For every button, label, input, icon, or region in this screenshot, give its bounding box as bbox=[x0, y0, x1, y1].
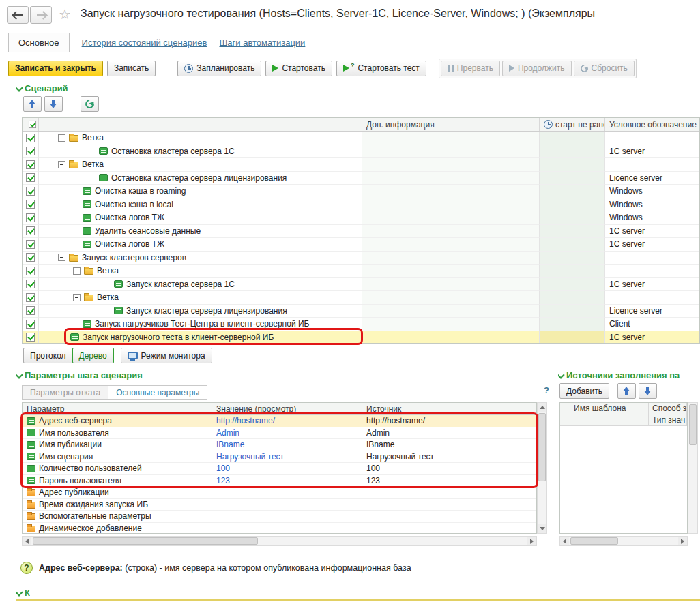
scroll-up-button[interactable] bbox=[538, 403, 546, 412]
value-column-header[interactable]: Значение (просмотр) bbox=[212, 403, 362, 414]
row-checkbox[interactable] bbox=[23, 238, 39, 252]
scroll-down-button[interactable] bbox=[538, 524, 546, 533]
source-column-header[interactable]: Источник bbox=[362, 403, 536, 414]
interrupt-button[interactable]: Прервать bbox=[441, 61, 500, 76]
checkbox-checked-icon[interactable] bbox=[26, 187, 35, 196]
source-move-up-button[interactable] bbox=[617, 383, 636, 399]
reset-button[interactable]: Сбросить bbox=[574, 61, 635, 76]
checkbox-checked-icon[interactable] bbox=[26, 173, 35, 182]
param-row[interactable]: Время ожидания запуска ИБ bbox=[23, 499, 536, 511]
value-type-column-header[interactable]: Тип знач bbox=[649, 414, 687, 425]
tab-main-params[interactable]: Основные параметры bbox=[108, 385, 207, 400]
checkbox-checked-icon[interactable] bbox=[26, 306, 35, 315]
scroll-right-button[interactable] bbox=[678, 537, 687, 545]
param-row[interactable]: Пароль пользователя 123 123 bbox=[23, 475, 536, 487]
scenario-row[interactable]: Очистка кэша в local Windows bbox=[23, 198, 699, 212]
move-up-button[interactable] bbox=[23, 96, 42, 112]
move-down-button[interactable] bbox=[44, 96, 63, 112]
tree-button[interactable]: Дерево bbox=[72, 348, 114, 363]
scenario-row[interactable]: Ветка bbox=[23, 132, 699, 145]
checkbox-checked-icon[interactable] bbox=[26, 226, 35, 235]
start-column-header[interactable]: старт не ранее... bbox=[540, 118, 605, 131]
scenario-row[interactable]: Ветка bbox=[23, 265, 699, 278]
section-params-header[interactable]: Параметры шага сценария bbox=[16, 370, 143, 380]
bottom-splitter[interactable] bbox=[16, 599, 700, 601]
row-checkbox[interactable] bbox=[23, 172, 39, 185]
collapse-icon[interactable] bbox=[58, 161, 65, 168]
scenario-row[interactable]: Очистка кэша в roaming Windows bbox=[23, 185, 699, 198]
start-button[interactable]: Стартовать bbox=[265, 61, 332, 76]
row-checkbox[interactable] bbox=[23, 158, 39, 172]
scroll-thumb[interactable] bbox=[689, 404, 697, 445]
refresh-button[interactable] bbox=[81, 96, 99, 112]
start-test-button[interactable]: ? Стартовать тест bbox=[336, 61, 426, 76]
scenario-row[interactable]: Очистка логов ТЖ Windows bbox=[23, 211, 699, 225]
fill-method-column-header[interactable]: Способ з bbox=[649, 403, 687, 414]
back-button[interactable] bbox=[7, 6, 29, 24]
scroll-left-button[interactable] bbox=[23, 537, 31, 545]
param-row-selected[interactable]: Адрес веб-сервера http://hostname/ http:… bbox=[23, 415, 536, 427]
params-vertical-scrollbar[interactable] bbox=[537, 402, 547, 534]
row-checkbox[interactable] bbox=[23, 278, 39, 292]
row-checkbox[interactable] bbox=[23, 198, 39, 212]
add-source-button[interactable]: Добавить bbox=[559, 383, 609, 399]
sources-horizontal-scrollbar[interactable] bbox=[559, 536, 688, 546]
row-checkbox[interactable] bbox=[23, 305, 39, 318]
scroll-thumb[interactable] bbox=[538, 413, 546, 481]
monitor-mode-button[interactable]: Режим монитора bbox=[121, 348, 212, 363]
checkbox-checked-icon[interactable] bbox=[26, 280, 35, 288]
scroll-left-button[interactable] bbox=[560, 537, 569, 545]
checkbox-checked-icon[interactable] bbox=[26, 213, 35, 222]
row-checkbox[interactable] bbox=[23, 331, 39, 344]
scroll-right-button[interactable] bbox=[527, 537, 536, 545]
tab-rollback-params[interactable]: Параметры отката bbox=[22, 385, 108, 400]
row-checkbox[interactable] bbox=[23, 132, 39, 145]
param-row[interactable]: Динамическое добавление bbox=[23, 523, 536, 534]
tab-main[interactable]: Основное bbox=[8, 33, 70, 52]
unit-column-header[interactable]: Условное обозначение ед... bbox=[605, 118, 699, 131]
scenario-row[interactable]: Очистка логов ТЖ 1C server bbox=[23, 238, 699, 252]
template-name-column-header[interactable]: Имя шаблона bbox=[570, 403, 649, 414]
checkbox-checked-icon[interactable] bbox=[26, 160, 35, 169]
row-checkbox[interactable] bbox=[23, 145, 39, 159]
row-checkbox[interactable] bbox=[23, 211, 39, 225]
param-row[interactable]: Количество пользователей 100 100 bbox=[23, 463, 536, 475]
checkbox-checked-icon[interactable] bbox=[26, 134, 35, 142]
source-move-down-button[interactable] bbox=[639, 383, 657, 399]
params-horizontal-scrollbar[interactable] bbox=[22, 536, 537, 546]
section-sources-header[interactable]: Источники заполнения па bbox=[558, 370, 699, 380]
param-value-link[interactable]: 100 bbox=[212, 463, 362, 475]
schedule-button[interactable]: Запланировать bbox=[177, 61, 261, 76]
param-row[interactable]: Адрес публикации bbox=[23, 487, 536, 499]
param-row[interactable]: Имя пользователя Admin Admin bbox=[23, 427, 536, 440]
collapse-icon[interactable] bbox=[73, 267, 81, 275]
params-help-link[interactable]: ? bbox=[544, 385, 549, 395]
param-column-header[interactable]: Параметр bbox=[23, 403, 212, 414]
scenario-row[interactable]: Запуск кластера сервера 1С 1C server bbox=[23, 278, 699, 292]
row-checkbox[interactable] bbox=[23, 252, 39, 265]
scenario-row[interactable]: Ветка bbox=[23, 291, 699, 305]
param-value-link[interactable]: IBname bbox=[212, 439, 362, 451]
scenario-row-selected[interactable]: Запуск нагрузочного теста в клиент-серве… bbox=[23, 331, 699, 344]
row-checkbox[interactable] bbox=[23, 291, 39, 305]
extra-info-column-header[interactable]: Доп. информация bbox=[362, 118, 540, 131]
param-value-link[interactable]: Нагрузочный тест bbox=[212, 451, 362, 464]
checkbox-checked-icon[interactable] bbox=[26, 200, 35, 209]
favorite-star-icon[interactable] bbox=[59, 7, 71, 21]
scenario-row[interactable]: Запуск кластера сервера лицензирования L… bbox=[23, 305, 699, 318]
link-scenario-history[interactable]: История состояний сценариев bbox=[82, 37, 207, 48]
scenario-row[interactable]: Запуск кластеров серверов bbox=[23, 252, 699, 265]
row-checkbox[interactable] bbox=[23, 318, 39, 331]
scenario-row[interactable]: Удалить сеансовые данные 1C server bbox=[23, 225, 699, 239]
param-row[interactable]: Имя публикации IBname IBname bbox=[23, 439, 536, 451]
scroll-thumb[interactable] bbox=[33, 537, 258, 545]
link-automation-steps[interactable]: Шаги автоматизации bbox=[219, 37, 305, 48]
check-all-header[interactable] bbox=[23, 118, 39, 131]
tree-column-header[interactable] bbox=[39, 118, 362, 131]
scroll-thumb[interactable] bbox=[570, 537, 618, 545]
checkbox-checked-icon[interactable] bbox=[26, 333, 35, 342]
resume-button[interactable]: Продолжить bbox=[502, 61, 572, 76]
param-value-link[interactable]: Admin bbox=[212, 427, 362, 440]
sources-vertical-scrollbar[interactable] bbox=[688, 402, 698, 534]
scenario-row[interactable]: Остановка кластера сервера лицензировани… bbox=[23, 172, 699, 185]
